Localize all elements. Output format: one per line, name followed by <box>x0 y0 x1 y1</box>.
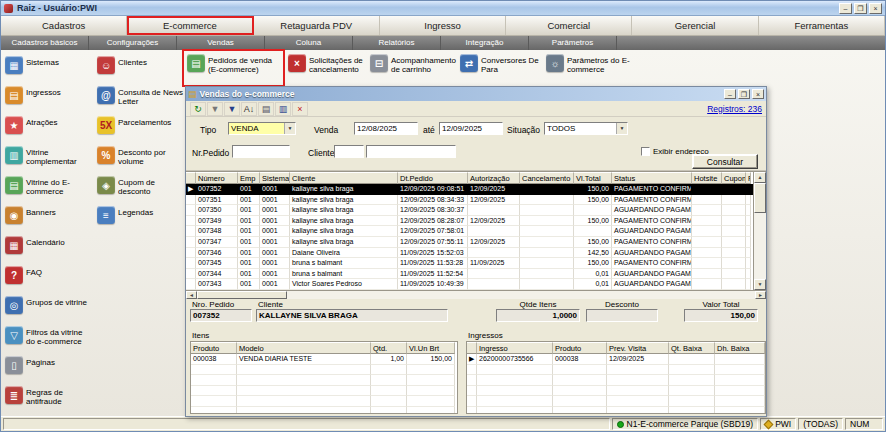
grid-col-header[interactable]: Prev. Visita <box>607 342 669 354</box>
tab-gerencial[interactable]: Gerencial <box>632 16 758 35</box>
sales-close-button[interactable]: × <box>752 89 764 99</box>
grid-col-header[interactable]: Vl.Total <box>574 172 612 184</box>
shortcut-clientes[interactable]: ☺Clientes <box>97 56 185 78</box>
shortcut-ingressos[interactable]: ▤Ingressos <box>5 86 93 108</box>
shortcut-atracoes[interactable]: ★Atrações <box>5 116 93 138</box>
shortcut-consulta-de-news-letter[interactable]: @Consulta de News Letter <box>97 86 185 108</box>
scroll-up-button[interactable]: ▲ <box>754 172 766 183</box>
refresh-button[interactable]: ↻ <box>190 102 206 116</box>
grid-col-header[interactable]: Dh. Baixa <box>715 342 765 354</box>
delete-button[interactable]: × <box>292 102 308 116</box>
table-row[interactable]: 0073450010001bruna s balmant11/09/2025 1… <box>186 258 753 269</box>
scroll-track-h[interactable] <box>197 291 755 299</box>
shortcut-conversores-de-para[interactable]: ⇄Conversores De Para <box>458 52 542 84</box>
shortcut-parametros-do-e-commerce[interactable]: ☼Parâmetros do E-commerce <box>544 52 636 84</box>
scroll-right-button[interactable]: ► <box>755 291 766 299</box>
scroll-left-button[interactable]: ◄ <box>186 291 197 299</box>
save-button[interactable]: ▥ <box>275 102 291 116</box>
app-close-button[interactable]: × <box>869 3 882 14</box>
table-row[interactable]: 0073440010001bruna s balmant11/09/2025 1… <box>186 269 753 280</box>
horizontal-scrollbar[interactable]: ◄ ► <box>186 290 766 299</box>
vertical-scrollbar[interactable]: ▲ ▼ <box>753 172 766 290</box>
submenu-relatorios[interactable]: Relatórios <box>353 36 441 50</box>
submenu-integracao[interactable]: Integração <box>441 36 529 50</box>
submenu-coluna[interactable]: Coluna <box>265 36 353 50</box>
shortcut-paginas[interactable]: ▯Páginas <box>5 356 93 378</box>
grid-col-header[interactable]: Cancelamento <box>520 172 574 184</box>
grid-col-header[interactable] <box>467 342 477 354</box>
shortcut-legendas[interactable]: ≡Legendas <box>97 206 185 228</box>
shortcut-filtros-da-vitrine-do-e-commerce[interactable]: ▽Filtros da vitrine do e-commerce <box>5 326 93 348</box>
tab-ingresso[interactable]: Ingresso <box>380 16 506 35</box>
app-maximize-button[interactable]: ❐ <box>854 3 867 14</box>
grid-col-header[interactable]: Número <box>196 172 238 184</box>
grid-col-header[interactable]: Sistema <box>260 172 290 184</box>
table-row[interactable]: ▶2620000073556600003812/09/2025 <box>467 354 765 365</box>
shortcut-vitrine-complementar[interactable]: ▥Vitrine complementar <box>5 146 93 168</box>
grid-col-header[interactable]: Dt.Pedido <box>398 172 468 184</box>
grid-col-header[interactable]: Produto <box>191 342 237 354</box>
table-row[interactable]: 0073460010001Daiane Oliveira11/09/2025 1… <box>186 248 753 259</box>
filter-button[interactable]: ▼ <box>224 102 240 116</box>
date-to-input[interactable]: 12/09/2025 <box>439 122 503 135</box>
grid-col-header[interactable]: Status <box>612 172 692 184</box>
shortcut-acompanhamento-de-carrinho[interactable]: ⊟Acompanhamento de carrinho <box>368 52 460 84</box>
table-row[interactable]: 0073470010001kallayne silva braga12/09/2… <box>186 237 753 248</box>
tab-comercial[interactable]: Comercial <box>506 16 632 35</box>
sales-maximize-button[interactable]: ❐ <box>738 89 750 99</box>
scroll-down-button[interactable]: ▼ <box>754 279 766 290</box>
scroll-thumb-h[interactable] <box>197 291 287 299</box>
tipo-select[interactable]: VENDA ▼ <box>228 122 296 135</box>
grid-col-header[interactable]: Qt. Baixa <box>669 342 715 354</box>
shortcut-vitrine-do-e-commerce[interactable]: ▤Vitrine do E-commerce <box>5 176 93 198</box>
grid-col-header[interactable]: Hotsite <box>692 172 722 184</box>
shortcut-banners[interactable]: ◉Banners <box>5 206 93 228</box>
print-button[interactable]: ▤ <box>258 102 274 116</box>
table-row[interactable]: 000038VENDA DIARIA TESTE1,00150,00 <box>191 354 457 365</box>
grid-col-header[interactable]: Vl.Un Brt <box>407 342 455 354</box>
grid-col-header[interactable]: Ingresso <box>477 342 553 354</box>
shortcut-calendario[interactable]: ▦Calendário <box>5 236 93 258</box>
tab-ferramentas[interactable]: Ferramentas <box>759 16 885 35</box>
tab-cadastros[interactable]: Cadastros <box>1 16 127 35</box>
shortcut-cupom-de-desconto[interactable]: ◈Cupom de desconto <box>97 176 185 198</box>
shortcut-regras-de-antifraude[interactable]: ≣Regras de antifraude <box>5 386 93 408</box>
consultar-button[interactable]: Consultar <box>692 154 758 169</box>
registros-link[interactable]: Registros: 236 <box>707 104 762 114</box>
table-row[interactable]: ▶0073520010001kallayne silva braga12/09/… <box>186 184 753 195</box>
submenu-parametros[interactable]: Parâmetros <box>529 36 617 50</box>
shortcut-solicitacoes-de-cancelamento[interactable]: ×Solicitações de cancelamento <box>286 52 366 84</box>
shortcut-parcelamentos[interactable]: 5XParcelamentos <box>97 116 185 138</box>
sales-window-titlebar[interactable]: ▤ Vendas do e-commerce –❐× <box>186 87 766 101</box>
clear-filter-button[interactable]: ▼ <box>207 102 223 116</box>
scroll-track[interactable] <box>754 183 766 279</box>
grid-col-header[interactable]: Produto <box>553 342 607 354</box>
grid-col-header[interactable] <box>186 172 196 184</box>
table-row[interactable]: 0073480010001kallayne silva braga12/09/2… <box>186 226 753 237</box>
shortcut-pedidos-de-venda-e-commerce[interactable]: ▤Pedidos de venda (E-commerce) <box>185 52 282 84</box>
grid-col-header[interactable]: Cupom <box>722 172 746 184</box>
nr-pedido-input[interactable] <box>232 145 290 158</box>
tab-retaguarda-pdv[interactable]: Retaguarda PDV <box>254 16 380 35</box>
shortcut-sistemas[interactable]: ▦Sistemas <box>5 56 93 78</box>
table-row[interactable]: 0073500010001kallayne silva braga12/09/2… <box>186 205 753 216</box>
shortcut-faq[interactable]: ?FAQ <box>5 266 93 288</box>
sales-minimize-button[interactable]: – <box>724 89 736 99</box>
table-row[interactable]: 0073430010001Victor Soares Pedroso11/09/… <box>186 279 753 290</box>
chevron-down-icon[interactable]: ▼ <box>616 123 627 134</box>
submenu-configuracoes[interactable]: Configurações <box>89 36 177 50</box>
table-row[interactable]: 0073490010001kallayne silva braga12/09/2… <box>186 216 753 227</box>
situacao-select[interactable]: TODOS ▼ <box>544 122 628 135</box>
cliente-code-input[interactable] <box>334 145 364 158</box>
app-minimize-button[interactable]: – <box>839 3 852 14</box>
scroll-thumb[interactable] <box>754 183 766 213</box>
grid-col-header[interactable]: Emp <box>238 172 260 184</box>
submenu-cadastros-basicos[interactable]: Cadastros básicos <box>1 36 89 50</box>
chevron-down-icon[interactable]: ▼ <box>284 123 295 134</box>
shortcut-grupos-de-vitrine[interactable]: ◎Grupos de vitrine <box>5 296 93 318</box>
grid-col-header[interactable]: Qtd. <box>371 342 407 354</box>
sort-button[interactable]: A↓ <box>241 102 257 116</box>
submenu-vendas[interactable]: Vendas <box>177 36 265 50</box>
grid-col-header[interactable]: Cliente <box>290 172 398 184</box>
table-row[interactable]: 0073510010001kallayne silva braga12/09/2… <box>186 195 753 206</box>
